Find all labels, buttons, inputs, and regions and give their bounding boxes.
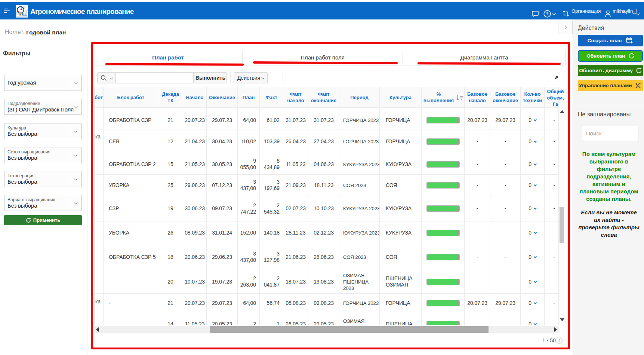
svg-text:?: ?	[546, 12, 548, 16]
